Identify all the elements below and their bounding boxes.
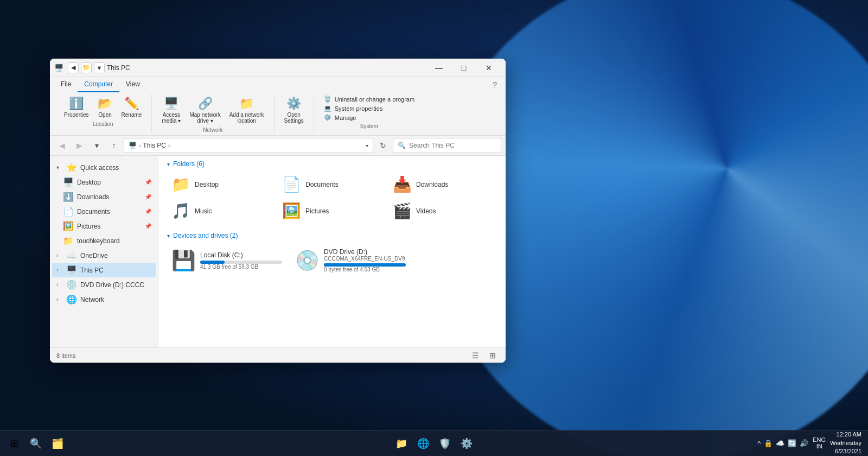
drive-d[interactable]: 💿 DVD Drive (D:) CCCOMA_X64FRE_EN-US_DV9…: [291, 244, 410, 277]
search-input[interactable]: [409, 142, 496, 149]
ribbon-access-media-button[interactable]: 🖥️ Accessmedia ▾: [158, 94, 184, 126]
folder-videos-label: Videos: [416, 207, 436, 215]
ribbon-open-settings-button[interactable]: ⚙️ OpenSettings: [281, 94, 307, 126]
folder-downloads[interactable]: 📥 Downloads: [388, 172, 497, 197]
refresh-button[interactable]: ↻: [375, 138, 391, 153]
path-dropdown-button[interactable]: ▾: [366, 143, 368, 149]
quick-access-chevron: ▾: [56, 164, 63, 170]
minimize-button[interactable]: —: [426, 59, 451, 77]
location-group-label: Location: [93, 121, 113, 127]
manage-icon: ⚙️: [324, 114, 331, 121]
tab-file[interactable]: File: [54, 77, 78, 92]
sidebar-item-this-pc[interactable]: › 🖥️ This PC: [52, 263, 156, 277]
clock[interactable]: 12:20 AM Wednesday6/23/2021: [830, 430, 861, 455]
documents-icon: 📄: [63, 206, 74, 217]
lang-indicator: ENG IN: [813, 436, 826, 449]
ribbon-content: ℹ️ Properties 📂 Open ✏️ Rename Location: [50, 92, 506, 135]
taskbar-file-explorer[interactable]: 📁: [392, 434, 411, 453]
pictures-icon: 🖼️: [63, 221, 74, 231]
sidebar-item-quick-access[interactable]: ▾ ⭐ Quick access: [52, 160, 156, 175]
status-bar: 8 items ☰ ⊞: [50, 347, 506, 363]
sidebar-item-touchkeyboard[interactable]: 📁 touchkeyboard: [52, 233, 156, 248]
folder-nav-button[interactable]: 📁: [81, 62, 92, 73]
quick-access-icon: ⭐: [66, 162, 77, 173]
documents-label: Documents: [77, 208, 142, 216]
sidebar-item-onedrive[interactable]: › ☁️ OneDrive: [52, 248, 156, 263]
tray-chevron[interactable]: ^: [757, 439, 761, 447]
main-content: ▾ ⭐ Quick access 🖥️ Desktop 📌 ⬇️ Downloa…: [50, 156, 506, 347]
drive-d-name: DVD Drive (D:): [324, 248, 406, 256]
nav-forward-button[interactable]: ▶: [72, 138, 87, 153]
nav-up-button[interactable]: ↑: [106, 138, 122, 153]
ribbon-map-drive-button[interactable]: 🔗 Map networkdrive ▾: [186, 94, 224, 126]
help-button[interactable]: ?: [488, 77, 501, 92]
uninstall-icon: 🗑️: [324, 96, 331, 103]
sidebar-item-downloads[interactable]: ⬇️ Downloads 📌: [52, 189, 156, 204]
tray-volume-icon[interactable]: 🔊: [800, 439, 808, 447]
ribbon-rename-button[interactable]: ✏️ Rename: [118, 94, 145, 120]
taskbar-store[interactable]: 🛡️: [435, 434, 455, 453]
ribbon-system-props-button[interactable]: 💻 System properties: [321, 104, 418, 113]
sidebar-item-dvd[interactable]: › 💿 DVD Drive (D:) CCCC: [52, 277, 156, 292]
drives-section-header[interactable]: ▾ Devices and drives (2): [167, 232, 497, 239]
nav-back-button[interactable]: ◀: [54, 138, 69, 153]
task-view-button[interactable]: 🗂️: [48, 434, 67, 453]
ribbon-tabs: File Computer View ?: [50, 77, 506, 92]
ribbon-manage-button[interactable]: ⚙️ Manage: [321, 113, 418, 122]
ribbon-add-network-button[interactable]: 📁 Add a networklocation: [226, 94, 267, 126]
open-label: Open: [98, 112, 111, 118]
drive-c-info: Local Disk (C:) 41.3 GB free of 59.3 GB: [200, 251, 282, 270]
dropdown-button[interactable]: ▼: [94, 62, 105, 73]
sidebar-item-pictures[interactable]: 🖼️ Pictures 📌: [52, 219, 156, 233]
dvd-chevron: ›: [56, 282, 63, 288]
folder-videos[interactable]: 🎬 Videos: [388, 199, 497, 223]
pictures-pin-icon: 📌: [145, 223, 151, 229]
folder-pictures-icon: 🖼️: [282, 202, 301, 220]
folder-pictures[interactable]: 🖼️ Pictures: [278, 199, 386, 223]
folder-desktop-label: Desktop: [195, 181, 219, 188]
folders-section-header[interactable]: ▾ Folders (6): [167, 160, 497, 168]
folder-desktop[interactable]: 📁 Desktop: [167, 172, 276, 197]
start-button[interactable]: ⊞: [4, 434, 24, 453]
clock-date: Wednesday6/23/2021: [830, 439, 861, 456]
search-box[interactable]: 🔍: [393, 138, 501, 153]
ribbon-uninstall-button[interactable]: 🗑️ Uninstall or change a program: [321, 94, 418, 104]
tab-computer[interactable]: Computer: [78, 77, 119, 92]
list-view-button[interactable]: ☰: [469, 349, 482, 362]
quick-access-label: Quick access: [80, 164, 151, 172]
path-icon: 🖥️: [129, 142, 137, 149]
lang-code: ENG: [813, 436, 826, 443]
folders-section-label: Folders (6): [173, 160, 205, 168]
search-button[interactable]: 🔍: [26, 434, 46, 453]
sidebar-item-desktop[interactable]: 🖥️ Desktop 📌: [52, 175, 156, 189]
path-this-pc: This PC: [143, 142, 166, 149]
system-list: 🗑️ Uninstall or change a program 💻 Syste…: [321, 94, 418, 122]
system-group-label: System: [360, 123, 378, 129]
sidebar-item-network[interactable]: › 🌐 Network: [52, 292, 156, 307]
folder-documents[interactable]: 📄 Documents: [278, 172, 386, 197]
open-icon: 📂: [98, 97, 112, 111]
close-button[interactable]: ✕: [476, 59, 501, 77]
ribbon-group-settings: ⚙️ OpenSettings: [275, 94, 314, 133]
ribbon-open-button[interactable]: 📂 Open: [94, 94, 116, 120]
ribbon-group-system: 🗑️ Uninstall or change a program 💻 Syste…: [314, 94, 424, 133]
file-explorer-window: 🖥️ ◀ 📁 ▼ This PC — □ ✕ File Computer Vie…: [50, 59, 506, 363]
taskbar-browser[interactable]: 🌐: [413, 434, 433, 453]
tab-view[interactable]: View: [119, 77, 146, 92]
maximize-button[interactable]: □: [451, 59, 476, 77]
sidebar-item-documents[interactable]: 📄 Documents 📌: [52, 204, 156, 219]
nav-recent-button[interactable]: ▾: [89, 138, 104, 153]
taskbar-settings[interactable]: ⚙️: [457, 434, 476, 453]
drives-chevron: ▾: [167, 233, 170, 239]
dvd-label: DVD Drive (D:) CCCC: [80, 281, 151, 289]
address-path[interactable]: 🖥️ › This PC › ▾: [124, 138, 373, 153]
grid-view-button[interactable]: ⊞: [486, 349, 499, 362]
access-media-label: Accessmedia ▾: [162, 112, 181, 124]
drive-d-info: DVD Drive (D:) CCCOMA_X64FRE_EN-US_DV9 0…: [324, 248, 406, 273]
drive-c[interactable]: 💾 Local Disk (C:) 41.3 GB free of 59.3 G…: [167, 244, 286, 277]
folder-music[interactable]: 🎵 Music: [167, 199, 276, 223]
system-tray: ^ 🔒 ☁️ 🔄 🔊: [757, 439, 808, 447]
back-quick-button[interactable]: ◀: [68, 62, 79, 73]
map-drive-icon: 🔗: [198, 97, 213, 111]
ribbon-properties-button[interactable]: ℹ️ Properties: [61, 94, 92, 120]
